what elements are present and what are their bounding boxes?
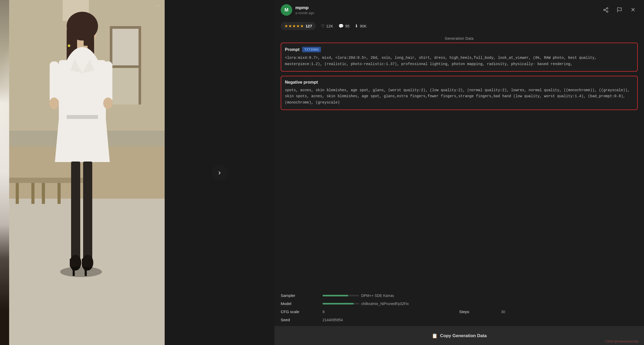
svg-rect-5 [112,68,139,105]
svg-rect-22 [67,115,98,119]
likes-count: 12K [326,24,333,28]
sampler-row: Sampler DPM++ SDE Karras [281,293,638,298]
model-value: chilloutmix_NiPrunedFp32Fix [361,302,409,306]
sampler-value: DPM++ SDE Karras [361,294,394,298]
negative-prompt-text: spots, acnes, skin blemishes, age spot, … [285,87,634,106]
author-info: mpmp a month ago [295,5,598,15]
svg-point-27 [103,97,113,109]
close-button[interactable]: ✕ [628,5,638,15]
copy-generation-data-button[interactable]: 📋 Copy Generation Data CSDN @SoftwareDev… [274,326,644,345]
rating-count: 127 [306,24,312,28]
svg-rect-10 [42,183,45,204]
downloads-count: 90K [360,24,367,28]
negative-prompt-label: Negative prompt [285,80,634,85]
model-bar [323,303,359,304]
generation-data-title: Generation Data [281,36,638,41]
download-icon: ⬇ [355,24,358,28]
main-image [0,0,165,345]
sampler-label: Sampler [281,293,323,298]
sampler-bar-container: DPM++ SDE Karras [323,294,394,298]
model-bar-fill [323,303,354,304]
svg-rect-25 [103,61,112,103]
watermark-text: CSDN @SoftwareDevOps [605,340,639,343]
seed-label: Seed [281,318,323,322]
prompt-label-row: Prompt TXT2IMG [285,47,634,52]
sampler-bar-fill [323,295,348,296]
cfg-steps-row: CFG scale 8 Steps 30 [281,309,638,314]
svg-line-41 [605,10,607,11]
share-button[interactable] [601,5,611,15]
rating-badge: ★★★★★ 127 [281,22,316,30]
prompt-label: Prompt [285,47,300,52]
prompt-box: Prompt TXT2IMG <lora:mix4:0.7>, mix4, <l… [281,43,638,72]
copy-icon: 📋 [432,333,438,339]
image-panel: ⋮ [0,0,165,345]
cfg-value: 8 [323,310,325,314]
copy-button-label: Copy Generation Data [440,333,487,338]
svg-rect-11 [58,183,61,204]
cfg-label: CFG scale [281,309,323,314]
stats-row: ★★★★★ 127 ♡ 12K 💬 95 ⬇ 90K [274,20,644,34]
seed-row: Seed 2144095954 [281,318,638,322]
post-header: M mpmp a month ago ✕ [274,0,644,20]
svg-rect-8 [16,183,19,204]
svg-rect-29 [83,162,92,261]
steps-label: Steps [459,309,501,314]
star-icons: ★★★★★ [284,24,304,28]
svg-point-39 [604,9,605,11]
avatar: M [281,4,292,16]
comment-icon: 💬 [338,24,344,28]
svg-rect-24 [50,61,59,103]
likes-button[interactable]: ♡ 12K [321,24,333,28]
svg-point-40 [607,11,608,12]
right-panel: M mpmp a month ago ✕ [274,0,644,345]
model-bar-container: chilloutmix_NiPrunedFp32Fix [323,302,409,306]
svg-line-42 [605,9,607,10]
model-label: Model [281,301,323,306]
comments-count: 95 [345,24,350,28]
avatar-initial: M [285,7,289,13]
header-actions: ✕ [601,5,638,15]
txt2img-badge: TXT2IMG [302,47,321,52]
steps-section: Steps 30 [459,309,638,314]
negative-prompt-box: Negative prompt spots, acnes, skin blemi… [281,76,638,110]
downloads-button[interactable]: ⬇ 90K [355,24,367,28]
author-time: a month ago [295,11,598,15]
sampler-bar [323,295,359,296]
seed-value: 2144095954 [323,318,343,322]
model-row: Model chilloutmix_NiPrunedFp32Fix [281,301,638,306]
metadata-section: Sampler DPM++ SDE Karras Model chilloutm… [274,289,644,326]
flag-button[interactable] [615,5,624,15]
next-image-button[interactable]: › [212,165,227,180]
svg-rect-28 [71,162,80,261]
middle-area: › [165,0,274,345]
heart-icon: ♡ [321,24,325,28]
svg-point-38 [607,8,608,9]
svg-rect-4 [112,29,139,65]
svg-marker-23 [55,119,110,162]
svg-point-26 [49,97,59,109]
svg-point-36 [68,44,70,47]
steps-value: 30 [501,310,505,314]
cfg-section: CFG scale 8 [281,309,459,314]
svg-point-37 [60,267,102,277]
author-name: mpmp [295,5,598,10]
svg-rect-9 [31,183,34,204]
image-menu-button[interactable]: ⋮ [155,3,162,9]
generation-data-section: Prompt TXT2IMG <lora:mix4:0.7>, mix4, <l… [274,43,644,289]
comments-button[interactable]: 💬 95 [338,24,350,28]
prompt-text: <lora:mix4:0.7>, mix4, <lora:20d:0.5>, 2… [285,55,634,67]
next-arrow-icon: › [218,168,221,177]
